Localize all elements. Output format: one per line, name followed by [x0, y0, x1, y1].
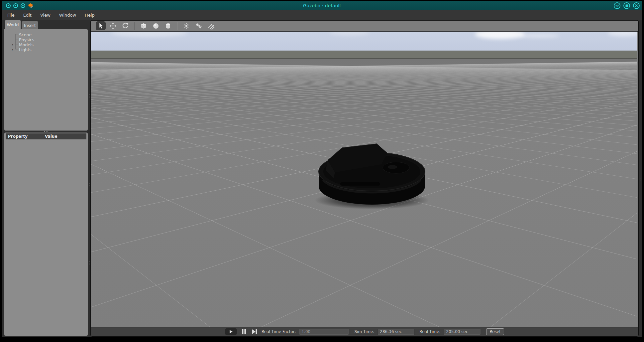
menubar: File Edit View Window Help: [2, 10, 642, 20]
real-time-field[interactable]: 205.00 sec: [444, 329, 481, 335]
gazebo-logo-icon: [28, 3, 34, 9]
splitter-handle[interactable]: [88, 261, 90, 265]
close-button[interactable]: [633, 2, 640, 9]
tree-item-scene[interactable]: Scene: [4, 32, 88, 37]
titlebar-left-icons: [6, 1, 34, 10]
menu-file[interactable]: File: [7, 13, 15, 18]
column-property: Property: [6, 134, 45, 139]
step-icon: [252, 329, 257, 334]
render-toolbar: [91, 21, 638, 32]
property-table-body: [6, 139, 86, 334]
menu-help[interactable]: Help: [85, 13, 95, 18]
real-time-factor-label: Real Time Factor:: [262, 329, 296, 334]
real-time-label: Real Time:: [419, 329, 440, 334]
minimize-button[interactable]: [613, 2, 621, 9]
render-view-3d[interactable]: [91, 32, 637, 327]
menu-window[interactable]: Window: [59, 13, 76, 18]
pause-button[interactable]: [240, 328, 248, 335]
tree-item-lights[interactable]: ›Lights: [4, 47, 88, 52]
property-panel: Property Value: [4, 132, 88, 336]
play-icon: [229, 330, 233, 334]
maximize-button[interactable]: [623, 2, 630, 9]
titlebar-controls: [613, 2, 640, 9]
sim-time-label: Sim Time:: [354, 329, 374, 334]
workspace-ring-icon[interactable]: [20, 3, 26, 8]
app-area: World Insert Scene Physics ›Models ›Ligh…: [2, 20, 642, 337]
column-value: Value: [45, 134, 57, 139]
gazebo-window: Gazebo : default File Edit View Window H…: [0, 0, 644, 342]
real-time-factor-field[interactable]: 1.00: [299, 329, 349, 335]
tree-item-models[interactable]: ›Models: [4, 42, 88, 47]
spot-light-tool-icon[interactable]: [194, 21, 204, 30]
window-title: Gazebo : default: [2, 3, 642, 8]
splitter-handle[interactable]: [639, 178, 641, 182]
menu-edit[interactable]: Edit: [23, 13, 32, 18]
titlebar: Gazebo : default: [2, 1, 642, 10]
step-button[interactable]: [251, 328, 258, 335]
play-button[interactable]: [225, 328, 237, 335]
sphere-tool-icon[interactable]: [151, 21, 161, 30]
box-tool-icon[interactable]: [139, 21, 149, 30]
world-tree-panel: Scene Physics ›Models ›Lights: [4, 29, 88, 131]
splitter-handle[interactable]: [88, 94, 90, 98]
tab-insert[interactable]: Insert: [22, 21, 38, 29]
robot-model[interactable]: [310, 140, 433, 211]
workspace-ring-icon[interactable]: [6, 3, 11, 8]
translate-tool-icon[interactable]: [108, 21, 118, 30]
sim-time-field[interactable]: 286.36 sec: [377, 329, 415, 335]
time-panel: Real Time Factor: 1.00 Sim Time: 286.36 …: [91, 327, 638, 336]
rotate-tool-icon[interactable]: [120, 21, 130, 30]
point-light-tool-icon[interactable]: [181, 21, 191, 30]
splitter-handle[interactable]: [639, 96, 641, 100]
menu-view[interactable]: View: [40, 13, 51, 18]
toolbar-separator: [177, 22, 177, 30]
tab-world[interactable]: World: [5, 20, 21, 29]
splitter-handle[interactable]: [88, 183, 90, 187]
tree-item-physics[interactable]: Physics: [4, 37, 88, 42]
cylinder-tool-icon[interactable]: [163, 21, 173, 30]
toolbar-separator: [134, 22, 135, 30]
pause-icon: [242, 329, 246, 334]
render-viewport-panel: Real Time Factor: 1.00 Sim Time: 286.36 …: [90, 20, 639, 337]
workspace-ring-icon[interactable]: [13, 3, 18, 8]
property-table-header: Property Value: [6, 133, 86, 139]
reset-button[interactable]: Reset: [486, 328, 504, 335]
directional-light-tool-icon[interactable]: [206, 21, 216, 30]
select-tool-icon[interactable]: [96, 21, 106, 30]
world-tree: Scene Physics ›Models ›Lights: [4, 29, 88, 52]
